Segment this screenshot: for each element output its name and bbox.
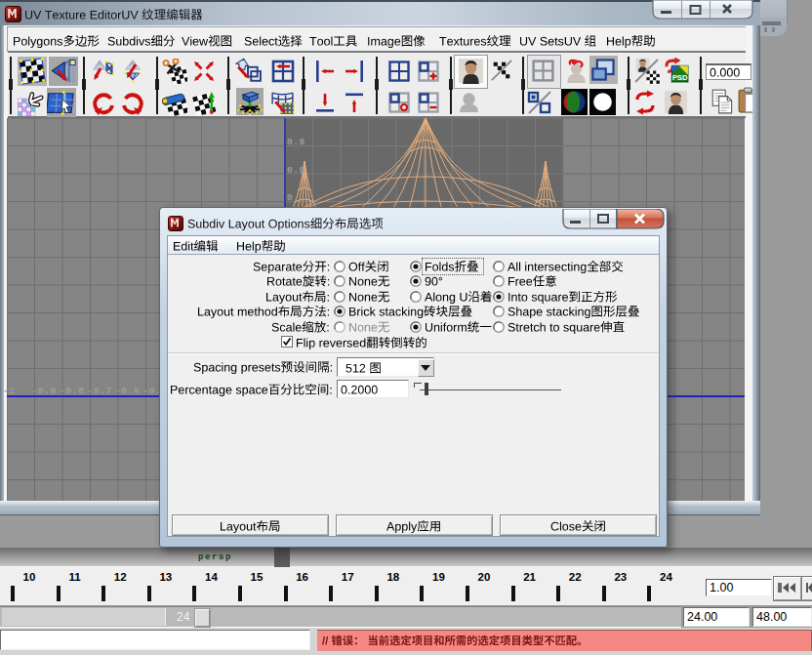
svg-text:PSD: PSD [672,73,688,82]
